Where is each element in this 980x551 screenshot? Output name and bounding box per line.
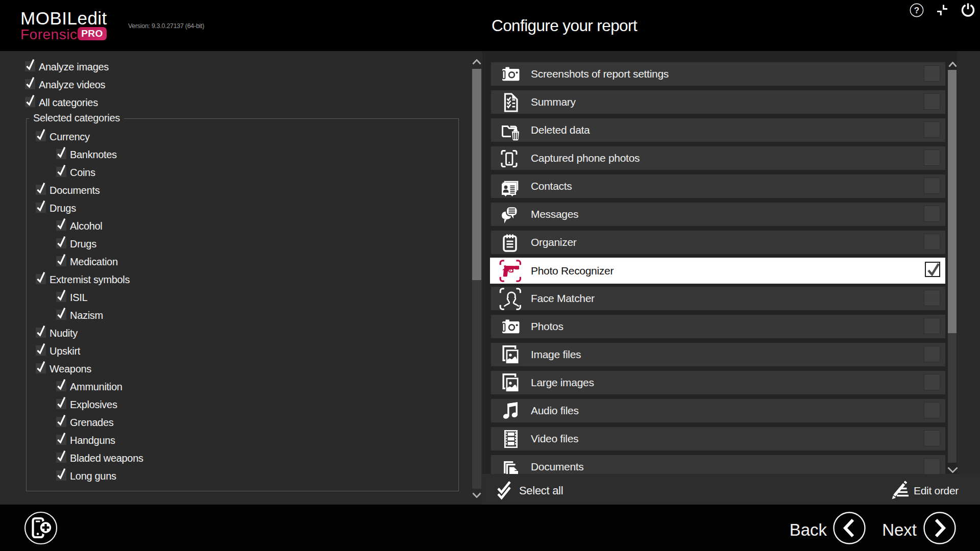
- svg-text:?: ?: [914, 6, 919, 15]
